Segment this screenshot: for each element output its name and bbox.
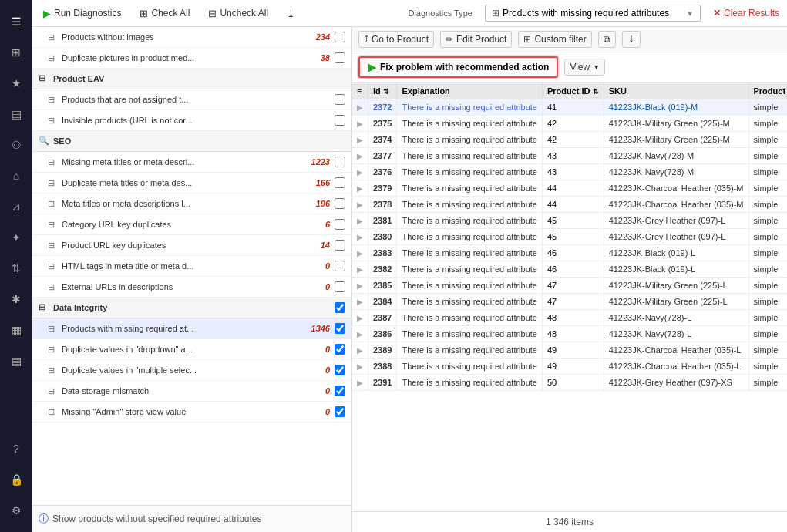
item-checkbox[interactable] [335,406,345,417]
puzzle-icon[interactable]: ✦ [2,224,30,251]
list-item-data-mismatch[interactable]: ⊟ Data storage mismatch 0 [32,381,351,402]
item-checkbox[interactable] [335,240,345,251]
item-checkbox[interactable] [335,281,345,292]
list-item-missing-required[interactable]: ⊟ Products with missing required at... 1… [32,318,351,339]
view-button[interactable]: View ▼ [564,59,605,76]
item-checkbox[interactable] [335,365,345,375]
item-checkbox[interactable] [335,157,345,167]
list-item-missing-meta[interactable]: ⊟ Missing meta titles or meta descri... … [32,152,351,173]
table-row[interactable]: ▶ 2380 There is a missing required attri… [352,229,787,245]
uncheck-all-icon: ⊟ [208,8,217,19]
table-row[interactable]: ▶ 2374 There is a missing required attri… [352,132,787,148]
col-product-id[interactable]: Product ID ⇅ [542,82,604,99]
list-item-external-urls[interactable]: ⊟ External URLs in descriptions 0 [32,277,351,298]
item-checkbox[interactable] [335,32,345,42]
list-item-dup-dropdown[interactable]: ⊟ Duplicate values in "dropdown" a... 0 [32,339,351,360]
item-checkbox[interactable] [335,115,345,126]
section-header-seo[interactable]: 🔍 SEO [32,131,351,152]
export-table-button[interactable]: ⤓ [622,31,641,48]
row-sku: 41223JK-Charcoal Heather (035)-M [604,180,748,197]
col-sku[interactable]: SKU [604,82,748,99]
table-row[interactable]: ▶ 2382 There is a missing required attri… [352,261,787,278]
uncheck-all-button[interactable]: ⊟ Uncheck All [205,6,271,21]
section-checkbox[interactable] [335,302,345,313]
table-row[interactable]: ▶ 2388 There is a missing required attri… [352,359,787,375]
table-row[interactable]: ▶ 2377 There is a missing required attri… [352,148,787,164]
table-row[interactable]: ▶ 2375 There is a missing required attri… [352,116,787,132]
list-item-duplicate-pictures[interactable]: ⊟ Duplicate pictures in product med... 3… [32,48,351,69]
grid-icon[interactable]: ⊞ [2,39,30,66]
item-checkbox[interactable] [335,198,345,209]
go-to-product-button[interactable]: ⤴ Go to Product [358,31,434,48]
list-item-products-without-images[interactable]: ⊟ Products without images 234 [32,27,351,48]
question-icon[interactable]: ? [2,435,30,463]
star-icon[interactable]: ★ [2,69,30,97]
run-diagnostics-button[interactable]: ▶ Run Diagnostics [40,6,124,21]
custom-filter-button[interactable]: ⊞ Custom filter [518,31,591,48]
item-checkbox[interactable] [335,52,345,63]
settings-icon[interactable]: ⚙ [2,497,30,524]
list-item-meta-length[interactable]: ⊟ Meta titles or meta descriptions l... … [32,194,351,214]
user-icon[interactable]: ⚇ [2,131,30,159]
print-icon[interactable]: ▤ [2,100,30,128]
col-id[interactable]: id ⇅ [368,82,397,99]
list-item-product-url[interactable]: ⊟ Product URL key duplicates 14 [32,235,351,256]
table-row[interactable]: ▶ 2383 There is a missing required attri… [352,245,787,261]
export-button[interactable]: ⤓ [284,6,298,21]
fix-problem-button[interactable]: ▶ Fix problem with recommended action [358,56,558,78]
list-item-missing-admin[interactable]: ⊟ Missing "Admin" store view value 0 [32,402,351,423]
wrench-icon[interactable]: ✱ [2,285,30,313]
table-row[interactable]: ▶ 2376 There is a missing required attri… [352,164,787,180]
table-row[interactable]: ▶ 2386 There is a missing required attri… [352,326,787,342]
item-icon: ⊟ [45,93,57,106]
item-checkbox[interactable] [335,261,345,271]
item-checkbox[interactable] [335,219,345,230]
item-checkbox[interactable] [335,344,345,355]
table-row[interactable]: ▶ 2385 There is a missing required attri… [352,278,787,294]
row-sku: 41223JK-Grey Heather (097)-L [604,213,748,229]
col-explanation[interactable]: Explanation [397,82,542,99]
item-checkbox[interactable] [335,386,345,396]
item-checkbox[interactable] [335,177,345,188]
edit-icon: ✏ [446,34,453,45]
list-item-html-tags[interactable]: ⊟ HTML tags in meta title or meta d... 0 [32,256,351,277]
section-header-data-integrity[interactable]: ⊟ Data Integrity [32,298,351,318]
section-header-product-eav[interactable]: ⊟ Product EAV [32,69,351,89]
table-row[interactable]: ▶ 2381 There is a missing required attri… [352,213,787,229]
arrows-icon[interactable]: ⇅ [2,254,30,282]
row-explanation: There is a missing required attribute [397,294,542,310]
lock-icon[interactable]: 🔒 [2,466,30,493]
row-sku: 41223JK-Black (019)-L [604,245,748,261]
list-item-duplicate-meta[interactable]: ⊟ Duplicate meta titles or meta des... 1… [32,173,351,194]
item-checkbox[interactable] [335,323,345,334]
boxes-icon[interactable]: ▦ [2,316,30,344]
clear-results-button[interactable]: ✕ Clear Results [713,8,779,19]
edit-product-button[interactable]: ✏ Edit Product [440,31,512,48]
row-type: simple [748,164,787,180]
file-icon[interactable]: ▤ [2,347,30,375]
diag-type-select[interactable]: ⊞ Products with missing required attribu… [485,5,701,22]
list-item-not-assigned[interactable]: ⊟ Products that are not assigned t... [32,89,351,110]
table-row[interactable]: ▶ 2378 There is a missing required attri… [352,197,787,213]
row-type: simple [748,99,787,116]
list-item-dup-multiple[interactable]: ⊟ Duplicate values in "multiple selec...… [32,360,351,381]
table-row[interactable]: ▶ 2387 There is a missing required attri… [352,310,787,326]
list-item-category-url[interactable]: ⊟ Category URL key duplicates 6 [32,214,351,235]
row-product-id: 48 [542,326,604,342]
table-row[interactable]: ▶ 2372 There is a missing required attri… [352,99,787,116]
table-row[interactable]: ▶ 2389 There is a missing required attri… [352,342,787,359]
check-all-button[interactable]: ⊞ Check All [136,6,193,21]
chart-icon[interactable]: ⊿ [2,193,30,221]
hamburger-icon[interactable]: ☰ [2,8,30,35]
col-type[interactable]: Product Type [748,82,787,99]
list-item-invisible-products[interactable]: ⊟ Invisible products (URL is not cor... [32,110,351,131]
home-icon[interactable]: ⌂ [2,162,30,190]
go-to-product-icon: ⤴ [364,34,368,45]
table-row[interactable]: ▶ 2391 There is a missing required attri… [352,375,787,391]
item-checkbox[interactable] [335,94,345,105]
row-sku: 41223JK-Navy(728)-L [604,326,748,342]
copy-button[interactable]: ⧉ [598,31,616,48]
table-row[interactable]: ▶ 2384 There is a missing required attri… [352,294,787,310]
table-row[interactable]: ▶ 2379 There is a missing required attri… [352,180,787,197]
row-id: 2372 [368,99,397,116]
